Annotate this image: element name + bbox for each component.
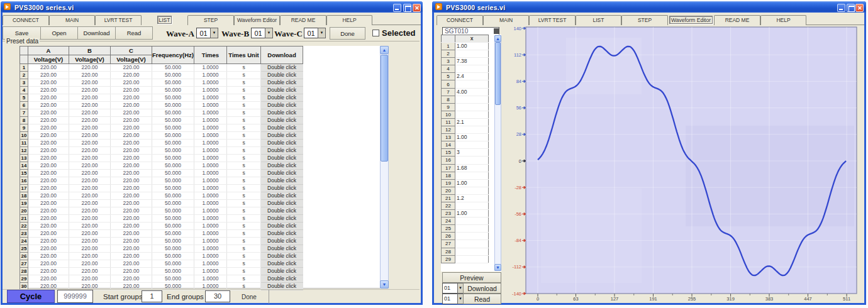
svg-text:-112: -112 [513, 264, 521, 270]
svg-text:-140: -140 [512, 291, 521, 297]
svg-text:-84: -84 [515, 238, 521, 243]
svg-text:511: 511 [843, 296, 850, 302]
svg-text:0: 0 [537, 296, 539, 302]
svg-text:127: 127 [611, 296, 619, 302]
svg-text:56: 56 [516, 105, 521, 111]
svg-text:140: 140 [513, 26, 521, 31]
svg-text:191: 191 [649, 296, 657, 302]
svg-text:84: 84 [516, 79, 521, 84]
svg-text:63: 63 [573, 296, 578, 302]
svg-text:-28: -28 [515, 185, 521, 190]
svg-text:-56: -56 [515, 211, 521, 217]
svg-text:319: 319 [726, 296, 735, 302]
svg-text:255: 255 [688, 296, 696, 302]
svg-text:0: 0 [519, 158, 521, 164]
svg-text:383: 383 [765, 296, 774, 302]
svg-text:447: 447 [804, 296, 812, 302]
svg-text:112: 112 [514, 52, 521, 58]
svg-text:28: 28 [516, 131, 521, 137]
